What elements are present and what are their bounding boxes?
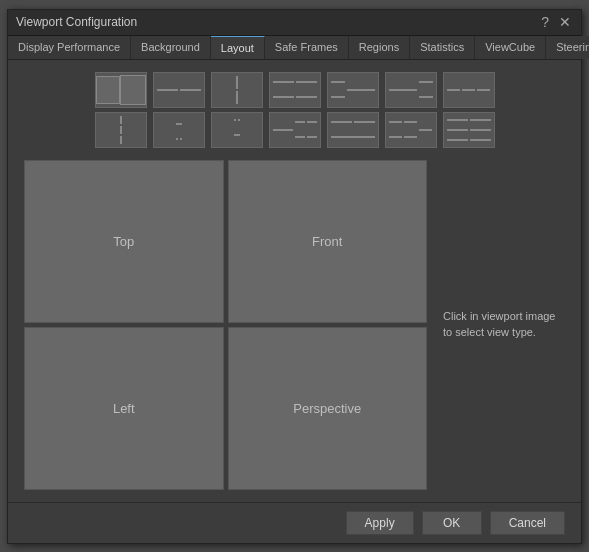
layout-3left[interactable]: [385, 72, 437, 108]
viewport-grid: Top Front Left Perspective: [24, 160, 427, 490]
dialog-title: Viewport Configuration: [16, 15, 137, 29]
viewport-area: Top Front Left Perspective Click in view…: [24, 160, 565, 490]
layout-2-wide[interactable]: [327, 112, 379, 148]
cancel-button[interactable]: Cancel: [490, 511, 565, 535]
viewport-configuration-dialog: Viewport Configuration ? ✕ Display Perfo…: [7, 9, 582, 544]
layout-single[interactable]: [95, 72, 147, 108]
footer: Apply OK Cancel: [8, 502, 581, 543]
layout-row-2: [95, 112, 495, 148]
viewport-left[interactable]: Left: [24, 327, 224, 490]
layout-vsplit[interactable]: [153, 72, 205, 108]
tab-regions[interactable]: Regions: [349, 36, 410, 59]
layout-grid: [24, 72, 565, 148]
tab-viewcube[interactable]: ViewCube: [475, 36, 546, 59]
close-button[interactable]: ✕: [557, 14, 573, 30]
tab-safe-frames[interactable]: Safe Frames: [265, 36, 349, 59]
layout-hsplit[interactable]: [211, 72, 263, 108]
layout-wide-3[interactable]: [269, 112, 321, 148]
tabs-bar: Display Performance Background Layout Sa…: [8, 36, 581, 60]
viewport-hint: Click in viewport image to select view t…: [435, 160, 565, 490]
layout-3row[interactable]: [95, 112, 147, 148]
viewport-perspective[interactable]: Perspective: [228, 327, 428, 490]
viewport-top[interactable]: Top: [24, 160, 224, 323]
title-bar: Viewport Configuration ? ✕: [8, 10, 581, 36]
layout-3col[interactable]: [443, 72, 495, 108]
help-button[interactable]: ?: [539, 14, 551, 30]
apply-button[interactable]: Apply: [346, 511, 414, 535]
viewport-front[interactable]: Front: [228, 160, 428, 323]
layout-3bot[interactable]: [211, 112, 263, 148]
tab-background[interactable]: Background: [131, 36, 211, 59]
layout-6grid[interactable]: [443, 112, 495, 148]
layout-3top[interactable]: [153, 112, 205, 148]
layout-3right[interactable]: [327, 72, 379, 108]
layout-4-right[interactable]: [385, 112, 437, 148]
tab-statistics[interactable]: Statistics: [410, 36, 475, 59]
tab-display-performance[interactable]: Display Performance: [8, 36, 131, 59]
tab-steeringwheels[interactable]: SteeringWheels: [546, 36, 589, 59]
layout-content: Top Front Left Perspective Click in view…: [8, 60, 581, 502]
layout-quad[interactable]: [269, 72, 321, 108]
ok-button[interactable]: OK: [422, 511, 482, 535]
tab-layout[interactable]: Layout: [211, 36, 265, 59]
layout-row-1: [95, 72, 495, 108]
title-bar-controls: ? ✕: [539, 14, 573, 30]
